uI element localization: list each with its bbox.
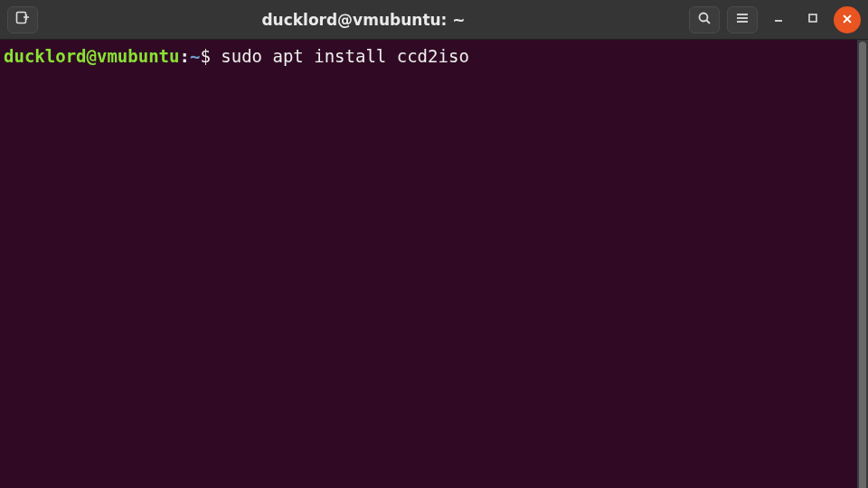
close-button[interactable] [834,6,861,33]
search-icon [697,11,712,29]
prompt-user-host: ducklord@vmubuntu [4,46,179,66]
window-title: ducklord@vmubuntu: ~ [45,11,682,29]
hamburger-icon [735,11,750,29]
scrollbar-thumb[interactable] [859,42,866,488]
svg-rect-9 [809,14,816,22]
scrollbar[interactable] [857,40,868,488]
search-button[interactable] [689,6,720,33]
titlebar-left [7,6,38,33]
titlebar-right [689,6,861,33]
close-icon [842,11,853,28]
svg-point-3 [700,13,708,21]
minimize-button[interactable] [765,6,792,33]
maximize-button[interactable] [799,6,826,33]
new-tab-icon [14,10,31,30]
maximize-icon [807,11,819,28]
terminal-body[interactable]: ducklord@vmubuntu:~$ sudo apt install cc… [0,40,868,488]
minimize-icon [772,11,785,28]
prompt-symbol: $ [200,46,210,66]
menu-button[interactable] [727,6,758,33]
terminal-line: ducklord@vmubuntu:~$ sudo apt install cc… [4,45,864,67]
svg-line-4 [707,20,711,23]
new-tab-button[interactable] [7,6,38,33]
command-text [211,46,221,66]
prompt-path: ~ [190,46,200,66]
command-text: sudo apt install ccd2iso [221,46,469,66]
terminal-window: ducklord@vmubuntu: ~ [0,0,868,488]
prompt-separator: : [179,46,189,66]
titlebar: ducklord@vmubuntu: ~ [0,0,868,40]
